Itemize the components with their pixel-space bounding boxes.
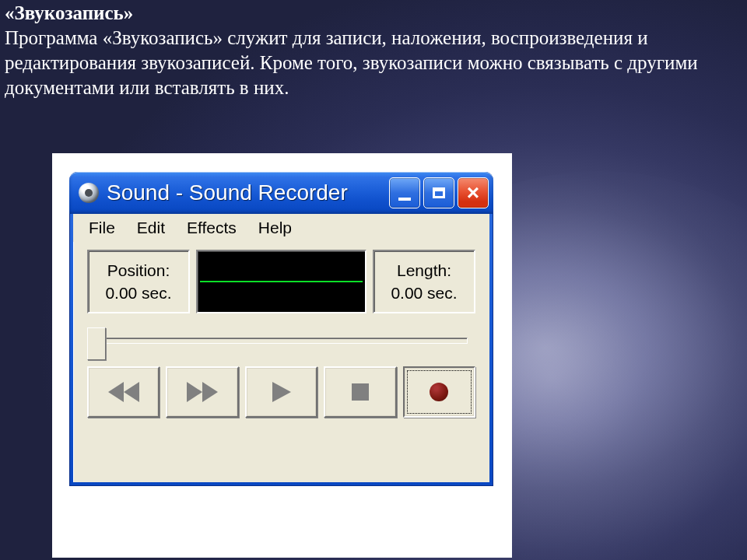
play-button[interactable] xyxy=(245,366,317,418)
stop-button[interactable] xyxy=(324,366,396,418)
window-title: Sound - Sound Recorder xyxy=(107,180,389,205)
speaker-icon xyxy=(79,183,99,203)
forward-button[interactable] xyxy=(166,366,238,418)
menu-effects[interactable]: Effects xyxy=(176,215,247,240)
menu-help[interactable]: Help xyxy=(247,215,303,240)
stop-icon xyxy=(352,383,369,401)
menu-file[interactable]: File xyxy=(78,215,126,240)
slide-title: «Звукозапись» xyxy=(5,2,133,23)
close-button[interactable]: × xyxy=(458,177,489,208)
waveform-display xyxy=(196,250,366,313)
position-value: 0.00 sec. xyxy=(105,282,171,304)
position-label: Position: xyxy=(107,259,170,282)
title-bar[interactable]: Sound - Sound Recorder × xyxy=(69,172,493,214)
slider-thumb[interactable] xyxy=(87,327,106,360)
length-value: 0.00 sec. xyxy=(391,282,457,304)
menu-bar: File Edit Effects Help xyxy=(73,214,489,242)
maximize-button[interactable] xyxy=(423,177,454,208)
window-controls: × xyxy=(389,177,489,208)
display-row: Position: 0.00 sec. Length: 0.00 sec. xyxy=(73,242,489,317)
screenshot-container: Sound - Sound Recorder × File Edi xyxy=(52,153,512,558)
forward-icon xyxy=(187,382,218,402)
minimize-icon xyxy=(398,198,411,201)
position-box: Position: 0.00 sec. xyxy=(87,250,190,313)
length-box: Length: 0.00 sec. xyxy=(373,250,475,313)
rewind-button[interactable] xyxy=(87,366,160,418)
play-icon xyxy=(272,382,291,402)
position-slider[interactable] xyxy=(87,326,475,354)
client-area: File Edit Effects Help Position: 0.00 se… xyxy=(73,214,489,482)
record-icon xyxy=(430,383,448,401)
slide-body: Программа «Звукозапись» служит для запис… xyxy=(5,27,698,98)
record-button[interactable] xyxy=(403,366,475,418)
maximize-icon xyxy=(433,187,445,198)
rewind-icon xyxy=(108,382,139,402)
menu-edit[interactable]: Edit xyxy=(126,215,176,240)
slide-text-block: «Звукозапись» Программа «Звукозапись» сл… xyxy=(5,1,731,100)
length-label: Length: xyxy=(397,259,451,282)
slider-groove xyxy=(95,338,468,344)
transport-controls xyxy=(73,360,489,427)
sound-recorder-window: Sound - Sound Recorder × File Edi xyxy=(69,172,493,486)
slide-background: «Звукозапись» Программа «Звукозапись» сл… xyxy=(0,0,747,560)
minimize-button[interactable] xyxy=(389,177,420,208)
slider-row xyxy=(73,317,489,360)
close-icon: × xyxy=(467,182,479,204)
